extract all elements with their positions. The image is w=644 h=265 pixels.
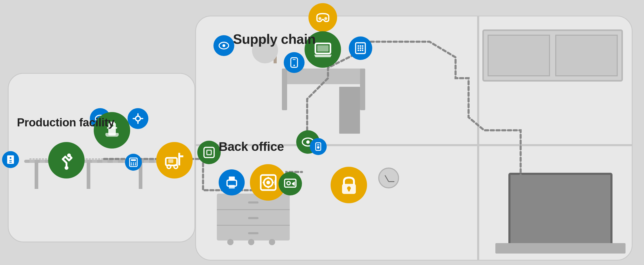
svg-point-63 — [362, 47, 363, 49]
camera-monitor[interactable] — [279, 172, 302, 195]
svg-point-24 — [174, 165, 178, 168]
mobile-phone[interactable] — [284, 52, 305, 73]
svg-point-9 — [136, 116, 140, 121]
svg-point-55 — [293, 65, 295, 66]
vr-headset[interactable] — [308, 3, 337, 32]
svg-point-65 — [360, 50, 361, 51]
svg-point-18 — [133, 164, 134, 165]
svg-point-60 — [362, 45, 363, 47]
svg-point-66 — [362, 50, 363, 51]
svg-point-14 — [131, 162, 132, 164]
svg-rect-69 — [348, 188, 350, 191]
right-building — [195, 16, 633, 261]
svg-point-17 — [131, 164, 132, 165]
svg-point-58 — [358, 45, 359, 47]
svg-rect-13 — [131, 159, 136, 161]
filing-cabinet — [217, 194, 290, 241]
access-reader-backoffice[interactable] — [197, 141, 221, 164]
svg-rect-47 — [317, 144, 320, 145]
forklift[interactable] — [156, 142, 193, 178]
svg-point-64 — [358, 50, 359, 51]
svg-rect-21 — [178, 153, 180, 165]
numpad-supply[interactable] — [349, 36, 372, 60]
svg-point-1 — [10, 157, 11, 159]
svg-rect-53 — [317, 45, 328, 51]
svg-rect-2 — [9, 160, 12, 161]
svg-point-42 — [287, 181, 290, 185]
svg-rect-28 — [207, 151, 211, 154]
printer[interactable] — [219, 169, 245, 195]
supply-chain-label: Supply chain — [233, 31, 316, 47]
main-diagram: .dotted-path { fill: none; stroke: #888;… — [0, 0, 644, 265]
svg-point-48 — [318, 17, 321, 20]
tree-decoration — [248, 48, 274, 100]
svg-point-35 — [266, 181, 270, 184]
svg-rect-40 — [274, 180, 276, 185]
svg-rect-3 — [9, 162, 12, 163]
svg-point-44 — [306, 140, 310, 144]
back-office-label: Back office — [219, 139, 284, 154]
robotic-arm[interactable] — [48, 142, 85, 178]
door-supply — [339, 87, 360, 134]
security-camera-supply[interactable] — [213, 35, 234, 56]
svg-point-11 — [67, 153, 71, 157]
svg-point-10 — [65, 166, 68, 170]
production-label: Production facility — [17, 116, 114, 129]
svg-point-61 — [358, 47, 359, 49]
svg-rect-56 — [293, 59, 296, 60]
pipe-connector[interactable] — [128, 108, 148, 129]
door-access-panel-1[interactable] — [2, 151, 19, 168]
svg-rect-25 — [168, 159, 173, 163]
padlock[interactable] — [331, 167, 367, 203]
keypad-production[interactable] — [125, 154, 142, 171]
svg-point-19 — [135, 164, 136, 165]
svg-rect-30 — [229, 176, 235, 180]
svg-rect-31 — [229, 185, 235, 188]
svg-point-16 — [135, 162, 136, 164]
svg-point-62 — [360, 47, 361, 49]
svg-point-15 — [133, 162, 134, 164]
svg-point-59 — [360, 45, 361, 47]
sensor-device-backoffice[interactable] — [310, 138, 327, 155]
svg-point-46 — [317, 146, 320, 149]
svg-point-49 — [324, 17, 327, 20]
svg-rect-22 — [178, 155, 183, 157]
svg-point-23 — [167, 165, 171, 168]
large-monitor — [508, 173, 613, 246]
svg-point-51 — [223, 44, 225, 47]
svg-point-32 — [234, 182, 236, 184]
wall-clock — [378, 168, 399, 188]
